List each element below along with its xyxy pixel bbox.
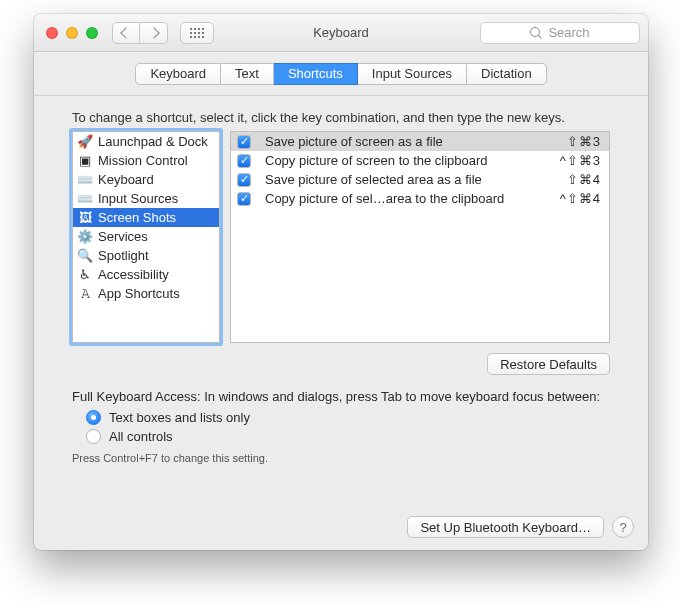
full-keyboard-access-radios: Text boxes and lists onlyAll controls xyxy=(86,410,610,444)
show-all-button[interactable] xyxy=(180,22,214,44)
category-item[interactable]: 🔍Spotlight xyxy=(73,246,219,265)
shortcut-row[interactable]: ✓Save picture of screen as a file⇧⌘3 xyxy=(231,132,609,151)
tab-shortcuts[interactable]: Shortcuts xyxy=(274,63,358,85)
shortcut-keys[interactable]: ^⇧⌘4 xyxy=(560,191,601,206)
zoom-window-button[interactable] xyxy=(86,27,98,39)
shortcut-list[interactable]: ✓Save picture of screen as a file⇧⌘3✓Cop… xyxy=(230,131,610,343)
tab-dictation[interactable]: Dictation xyxy=(467,63,547,85)
category-item[interactable]: ♿︎Accessibility xyxy=(73,265,219,284)
category-label: App Shortcuts xyxy=(98,286,180,301)
shortcut-row[interactable]: ✓Save picture of selected area as a file… xyxy=(231,170,609,189)
footer: Set Up Bluetooth Keyboard… ? xyxy=(407,516,634,538)
category-label: Spotlight xyxy=(98,248,149,263)
search-field[interactable]: Search xyxy=(480,22,640,44)
tab-input-sources[interactable]: Input Sources xyxy=(358,63,467,85)
shortcut-keys[interactable]: ⇧⌘4 xyxy=(567,172,601,187)
category-label: Services xyxy=(98,229,148,244)
nav-back-forward xyxy=(112,22,168,44)
shortcut-checkbox[interactable]: ✓ xyxy=(237,154,251,168)
category-icon: ♿︎ xyxy=(77,267,93,283)
full-keyboard-access-hint: Press Control+F7 to change this setting. xyxy=(72,452,610,464)
category-icon: ▣ xyxy=(77,153,93,169)
category-list[interactable]: 🚀Launchpad & Dock▣Mission Control⌨️Keybo… xyxy=(72,131,220,343)
category-icon: ⚙️ xyxy=(77,229,93,245)
grid-icon xyxy=(190,28,204,38)
search-placeholder: Search xyxy=(548,25,589,40)
help-button[interactable]: ? xyxy=(612,516,634,538)
category-item[interactable]: ⚙️Services xyxy=(73,227,219,246)
chevron-left-icon xyxy=(120,27,131,38)
shortcut-label: Copy picture of screen to the clipboard xyxy=(265,153,552,168)
category-item[interactable]: ▣Mission Control xyxy=(73,151,219,170)
radio-option[interactable]: Text boxes and lists only xyxy=(86,410,610,425)
category-icon: 𝙰 xyxy=(77,286,93,302)
shortcut-checkbox[interactable]: ✓ xyxy=(237,173,251,187)
tab-row: KeyboardTextShortcutsInput SourcesDictat… xyxy=(34,52,648,96)
category-icon: ⌨️ xyxy=(77,172,93,188)
chevron-right-icon xyxy=(148,27,159,38)
tab-keyboard[interactable]: Keyboard xyxy=(135,63,221,85)
close-window-button[interactable] xyxy=(46,27,58,39)
category-icon: ⌨️ xyxy=(77,191,93,207)
shortcut-keys[interactable]: ^⇧⌘3 xyxy=(560,153,601,168)
shortcut-row[interactable]: ✓Copy picture of screen to the clipboard… xyxy=(231,151,609,170)
full-keyboard-access-label: Full Keyboard Access: In windows and dia… xyxy=(72,389,610,404)
panes: 🚀Launchpad & Dock▣Mission Control⌨️Keybo… xyxy=(72,131,610,343)
titlebar: Keyboard Search xyxy=(34,14,648,52)
radio-label: Text boxes and lists only xyxy=(109,410,250,425)
category-icon: 🚀 xyxy=(77,134,93,150)
shortcut-checkbox[interactable]: ✓ xyxy=(237,192,251,206)
forward-button[interactable] xyxy=(140,22,168,44)
category-item[interactable]: 🖼Screen Shots xyxy=(73,208,219,227)
category-item[interactable]: ⌨️Input Sources xyxy=(73,189,219,208)
content-area: To change a shortcut, select it, click t… xyxy=(34,96,648,474)
tab-text[interactable]: Text xyxy=(221,63,274,85)
category-item[interactable]: 𝙰App Shortcuts xyxy=(73,284,219,303)
category-label: Keyboard xyxy=(98,172,154,187)
category-item[interactable]: ⌨️Keyboard xyxy=(73,170,219,189)
minimize-window-button[interactable] xyxy=(66,27,78,39)
bluetooth-keyboard-button[interactable]: Set Up Bluetooth Keyboard… xyxy=(407,516,604,538)
shortcut-row[interactable]: ✓Copy picture of sel…area to the clipboa… xyxy=(231,189,609,208)
preferences-window: Keyboard Search KeyboardTextShortcutsInp… xyxy=(34,14,648,550)
category-label: Screen Shots xyxy=(98,210,176,225)
shortcut-label: Save picture of selected area as a file xyxy=(265,172,559,187)
window-controls xyxy=(46,27,98,39)
radio-label: All controls xyxy=(109,429,173,444)
category-label: Mission Control xyxy=(98,153,188,168)
radio-button-icon xyxy=(86,429,101,444)
category-item[interactable]: 🚀Launchpad & Dock xyxy=(73,132,219,151)
search-icon xyxy=(530,27,542,39)
restore-defaults-button[interactable]: Restore Defaults xyxy=(487,353,610,375)
category-label: Accessibility xyxy=(98,267,169,282)
shortcut-label: Copy picture of sel…area to the clipboar… xyxy=(265,191,552,206)
category-icon: 🖼 xyxy=(77,210,93,226)
back-button[interactable] xyxy=(112,22,140,44)
radio-button-icon xyxy=(86,410,101,425)
category-icon: 🔍 xyxy=(77,248,93,264)
radio-option[interactable]: All controls xyxy=(86,429,610,444)
shortcut-label: Save picture of screen as a file xyxy=(265,134,559,149)
shortcut-keys[interactable]: ⇧⌘3 xyxy=(567,134,601,149)
instruction-text: To change a shortcut, select it, click t… xyxy=(72,110,610,125)
category-label: Launchpad & Dock xyxy=(98,134,208,149)
category-label: Input Sources xyxy=(98,191,178,206)
shortcut-checkbox[interactable]: ✓ xyxy=(237,135,251,149)
